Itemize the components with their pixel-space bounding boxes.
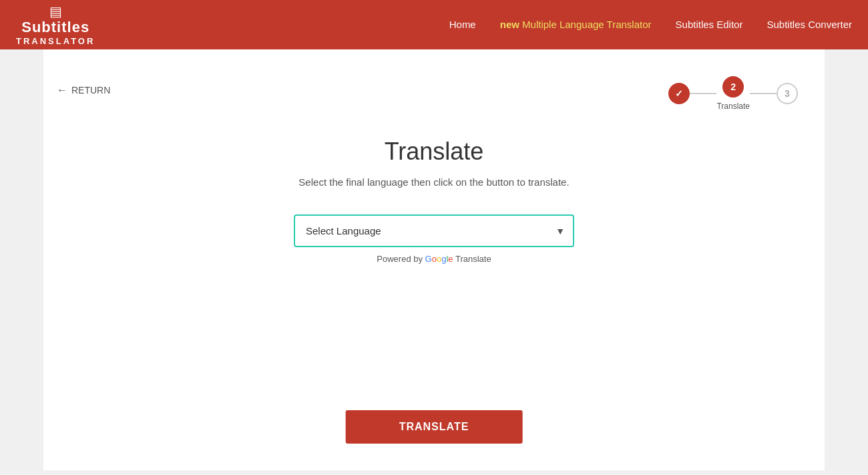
google-o1: o [432,254,437,264]
return-arrow-icon: ← [57,84,67,96]
return-link[interactable]: ← RETURN [57,84,110,96]
nav-item-editor[interactable]: Subtitles Editor [676,19,743,31]
step-line-1 [690,93,716,94]
logo-title: Subtitles [21,19,89,35]
google-logo: Google [425,254,455,264]
step-1-wrapper: ✓ [668,83,690,104]
step-3-wrapper: 3 [777,83,798,104]
top-row: ← RETURN ✓ 2 Translate 3 [43,63,825,111]
nav-converter-link[interactable]: Subtitles Converter [767,19,852,30]
powered-by-suffix: Translate [455,254,491,264]
page-title: Translate [385,138,484,166]
nav-translator-label: Multiple Language Translator [522,19,651,30]
step-line-2 [750,93,777,94]
translate-btn-wrapper: TRANSLATE [346,410,523,444]
powered-by-prefix: Powered by [377,254,425,264]
stepper-container: ✓ 2 Translate 3 [668,76,798,111]
navbar: ▤ Subtitles TRANSLATOR Home new Multiple… [0,0,868,49]
language-select-wrapper: Select Language Afrikaans Albanian Arabi… [294,214,574,247]
nav-item-translator[interactable]: new Multiple Language Translator [500,19,652,31]
nav-item-converter[interactable]: Subtitles Converter [767,19,852,31]
stepper-row: ✓ 2 Translate 3 [668,76,798,111]
page-content: Translate Select the final language then… [43,111,825,297]
language-select[interactable]: Select Language Afrikaans Albanian Arabi… [294,214,574,247]
google-e: e [448,254,453,264]
google-g: G [425,254,432,264]
powered-by: Powered by Google Translate [377,254,491,264]
step-2-wrapper: 2 Translate [716,76,750,111]
new-tag: new [500,19,519,30]
step-3-circle: 3 [777,83,798,104]
translate-button[interactable]: TRANSLATE [346,410,523,444]
logo-icon: ▤ [49,3,62,19]
page-subtitle: Select the final language then click on … [298,176,569,188]
nav-links: Home new Multiple Language Translator Su… [449,19,852,31]
return-label: RETURN [71,85,110,96]
content-wrapper: ← RETURN ✓ 2 Translate 3 [43,49,825,470]
nav-editor-link[interactable]: Subtitles Editor [676,19,743,30]
nav-translator-link[interactable]: new Multiple Language Translator [500,19,652,30]
logo-link[interactable]: ▤ Subtitles TRANSLATOR [16,3,95,45]
step-2-circle: 2 [722,76,744,98]
nav-item-home[interactable]: Home [449,19,476,31]
nav-home-link[interactable]: Home [449,19,476,30]
step-1-circle: ✓ [668,83,690,104]
step-2-label: Translate [716,102,750,111]
logo-subtitle: TRANSLATOR [16,36,95,46]
